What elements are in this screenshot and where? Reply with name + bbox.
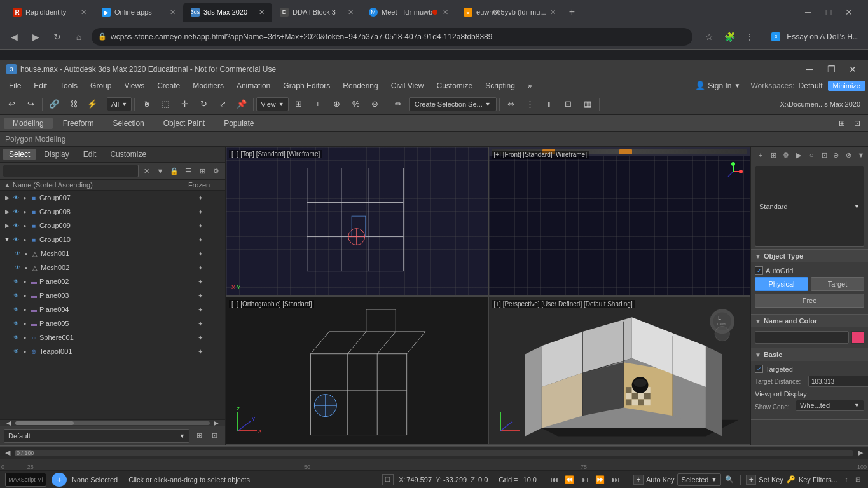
list-item[interactable]: 👁 ● ○ Sphere001 ✦ — [0, 330, 225, 344]
eye-icon[interactable]: 👁 — [11, 319, 20, 328]
object-type-header[interactable]: ▼ Object Type — [751, 250, 868, 262]
expand-icon[interactable]: ▶ — [3, 207, 11, 216]
create-selection-btn[interactable]: Create Selection Se... ▼ — [409, 97, 497, 111]
unlink-btn[interactable]: ⛓ — [64, 96, 82, 112]
placement-btn[interactable]: 📌 — [233, 96, 251, 112]
expand-icon[interactable]: ▶ — [3, 193, 11, 202]
edit-named-sel-btn[interactable]: ✏ — [390, 96, 408, 112]
redo-btn[interactable]: ↪ — [22, 96, 39, 112]
layer-dropdown[interactable]: Default ▼ — [4, 429, 189, 443]
select-btn[interactable]: 🖱 — [137, 96, 155, 112]
bookmark-star-icon[interactable]: ☆ — [700, 28, 718, 46]
list-item[interactable]: 👁 ● ⊕ Teapot001 ✦ — [0, 344, 225, 358]
eye-icon[interactable]: 👁 — [11, 333, 20, 342]
lp-clear-icon[interactable]: ✕ — [140, 165, 153, 177]
list-item[interactable]: 👁 ● ▬ Plane002 ✦ — [0, 274, 225, 288]
rotate-btn[interactable]: ↻ — [195, 96, 212, 112]
menu-create[interactable]: Create — [151, 80, 186, 92]
menu-rendering[interactable]: Rendering — [336, 80, 384, 92]
list-item[interactable]: 👁 ● △ Mesh001 ✦ — [0, 247, 225, 261]
app-close-btn[interactable]: ✕ — [844, 62, 862, 76]
list-item[interactable]: ▶ 👁 ● ■ Group009 ✦ — [0, 219, 225, 233]
tab-4[interactable]: D DDA I Block 3 ✕ — [272, 3, 361, 22]
tab-6[interactable]: e euwh665yvb (fdr-mu... ✕ — [456, 3, 563, 22]
menu-scripting[interactable]: Scripting — [479, 80, 521, 92]
render-icon[interactable]: ● — [20, 305, 29, 314]
lp-col-frozen[interactable]: Frozen — [177, 181, 221, 189]
physical-btn[interactable]: Physical — [755, 277, 808, 291]
free-btn[interactable]: Free — [755, 294, 864, 308]
percent-snap-btn[interactable]: % — [347, 96, 365, 112]
lp-tab-edit[interactable]: Edit — [77, 149, 103, 160]
snap2d-btn[interactable]: + — [309, 96, 327, 112]
select-region-btn[interactable]: ⬚ — [156, 96, 174, 112]
render-icon[interactable]: ● — [20, 193, 29, 202]
freeform-tab[interactable]: Freeform — [54, 118, 103, 129]
browser-close-btn[interactable]: ✕ — [840, 3, 858, 21]
scrollbar-track[interactable] — [15, 421, 210, 425]
rp-display-icon[interactable]: ○ — [806, 149, 817, 161]
bookmark-favicon[interactable]: 3 — [771, 32, 780, 41]
align2-btn[interactable]: ⫿ — [541, 96, 558, 112]
search-icon[interactable]: 🔍 — [724, 474, 735, 485]
home-button[interactable]: ⌂ — [70, 28, 88, 46]
viewport-top-left[interactable]: [+] [Top] [Standard] [Wireframe] — [226, 147, 488, 296]
menu-customize[interactable]: Customize — [431, 80, 479, 92]
menu-more[interactable]: » — [521, 80, 539, 92]
eye-icon[interactable]: 👁 — [11, 235, 20, 244]
tab-close-1[interactable]: ✕ — [81, 8, 86, 17]
list-item[interactable]: 👁 ● △ Mesh002 ✦ — [0, 261, 225, 274]
setkey-plus[interactable]: + — [746, 475, 756, 485]
viewport-bottom-left[interactable]: [+] [Orthographic] [Standard] — [226, 296, 488, 445]
name-color-header[interactable]: ▼ Name and Color — [751, 315, 868, 327]
address-bar[interactable]: 🔒 wcpss-stone.cameyo.net/app.html?appNam… — [92, 28, 692, 46]
basic-header[interactable]: ▼ Basic — [751, 348, 868, 361]
scrollbar-thumb[interactable] — [15, 421, 74, 425]
lp-lock-icon[interactable]: 🔒 — [168, 165, 181, 177]
undo-btn[interactable]: ↩ — [3, 96, 20, 112]
tab-5[interactable]: M Meet - fdr-muwb ✕ — [361, 3, 456, 22]
tab-3[interactable]: 3ds 3ds Max 2020 ✕ — [183, 3, 272, 22]
create-key-btn[interactable]: + — [52, 473, 67, 487]
view-dropdown[interactable]: View ▼ — [256, 97, 289, 111]
minimize-button[interactable]: Minimize — [828, 81, 865, 91]
lp-filter-icon[interactable]: ▼ — [154, 165, 167, 177]
render-icon[interactable]: ● — [20, 207, 29, 216]
list-item[interactable]: 👁 ● ▬ Plane004 ✦ — [0, 302, 225, 316]
color-swatch[interactable] — [851, 331, 864, 344]
select-link-btn[interactable]: 🔗 — [45, 96, 63, 112]
eye-icon[interactable]: 👁 — [11, 291, 20, 300]
targeted-checkbox[interactable]: ✓ — [755, 365, 763, 373]
populate-tab[interactable]: Populate — [215, 118, 263, 129]
lp-options-icon[interactable]: ⚙ — [210, 165, 223, 177]
tab-close-5[interactable]: ✕ — [443, 8, 448, 17]
menu-group[interactable]: Group — [84, 80, 118, 92]
scale-btn[interactable]: ⤢ — [214, 96, 231, 112]
object-name-input[interactable] — [755, 331, 849, 344]
list-item[interactable]: 👁 ● ▬ Plane003 ✦ — [0, 288, 225, 302]
tab-close-6[interactable]: ✕ — [550, 8, 556, 17]
lp-col-name[interactable]: ▲ Name (Sorted Ascending) — [4, 181, 177, 189]
eye-icon[interactable]: 👁 — [11, 277, 20, 286]
rp-hierarchy-icon[interactable]: ⚙ — [780, 149, 792, 161]
rp-extra-2[interactable]: ⊗ — [843, 149, 854, 161]
rp-modifier-icon[interactable]: ⊞ — [768, 149, 779, 161]
angle-snap-btn[interactable]: ⊕ — [328, 96, 346, 112]
tb2-icon-1[interactable]: ⊞ — [835, 116, 849, 130]
forward-button[interactable]: ▶ — [27, 28, 45, 46]
tab-close-3[interactable]: ✕ — [259, 8, 265, 17]
lp-list-icon[interactable]: ☰ — [182, 165, 195, 177]
rp-motion-icon[interactable]: ▶ — [793, 149, 804, 161]
lp-tab-display[interactable]: Display — [38, 149, 75, 160]
play-prev-btn[interactable]: ⏪ — [563, 473, 577, 487]
render-icon[interactable]: ● — [20, 333, 29, 342]
list-item[interactable]: ▼ 👁 ● ■ Group010 ✦ — [0, 233, 225, 247]
list-scrollbar[interactable]: ◀ ▶ — [0, 419, 225, 426]
rp-utility-icon[interactable]: ⊡ — [818, 149, 830, 161]
eye-icon[interactable]: 👁 — [11, 207, 20, 216]
viewport-bottom-right[interactable]: [+] [Perspective] [User Defined] [Defaul… — [488, 296, 751, 445]
eye-icon[interactable]: 👁 — [13, 263, 22, 272]
tab-close-2[interactable]: ✕ — [170, 8, 176, 17]
snap-btn[interactable]: ⊞ — [290, 96, 308, 112]
mirror-btn[interactable]: ⇔ — [502, 96, 520, 112]
